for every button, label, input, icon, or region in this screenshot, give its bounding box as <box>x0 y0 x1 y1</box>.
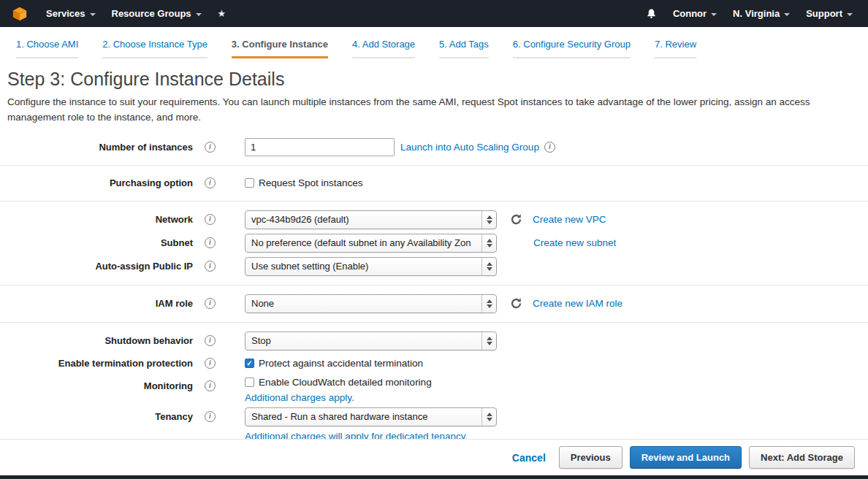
tenancy-select-value: Shared - Run a shared hardware instance <box>245 411 481 422</box>
tab-2-choose-instance-type[interactable]: 2. Choose Instance Type <box>102 39 208 58</box>
tenancy-select[interactable]: Shared - Run a shared hardware instance <box>245 407 497 426</box>
nav-pinned-shortcuts[interactable]: ★ <box>210 0 235 27</box>
chevron-down-icon <box>847 13 853 16</box>
network-label: Network <box>0 214 193 225</box>
select-stepper-arrows-icon <box>481 295 496 313</box>
chevron-down-icon <box>196 13 202 16</box>
page-description: Configure the instance to suit your requ… <box>7 95 861 126</box>
nav-support-label: Support <box>806 8 842 19</box>
shutdown-behavior-select[interactable]: Stop <box>245 332 497 350</box>
select-stepper-arrows-icon <box>481 258 496 275</box>
page-title: Step 3: Configure Instance Details <box>7 69 861 90</box>
additional-charges-apply-link[interactable]: Additional charges apply. <box>245 392 432 403</box>
section-divider <box>0 201 868 202</box>
tenancy-label: Tenancy <box>0 407 193 422</box>
info-icon[interactable] <box>205 380 216 391</box>
row-number-of-instances: Number of instances Launch into Auto Sca… <box>0 136 868 158</box>
enable-cloudwatch-detailed-monitoring-checkbox[interactable] <box>245 378 254 387</box>
chevron-down-icon <box>711 13 717 16</box>
cancel-link[interactable]: Cancel <box>512 452 546 464</box>
tab-5-add-tags[interactable]: 5. Add Tags <box>439 39 489 58</box>
network-select[interactable]: vpc-434b9d26 (default) <box>245 210 497 229</box>
auto-assign-public-ip-select-value: Use subnet setting (Enable) <box>245 261 481 272</box>
nav-services-menu[interactable]: Services <box>38 0 104 27</box>
select-stepper-arrows-icon <box>481 408 496 426</box>
info-icon[interactable] <box>544 142 555 153</box>
purchasing-option-label: Purchasing option <box>0 177 193 188</box>
create-new-vpc-link[interactable]: Create new VPC <box>533 214 606 225</box>
nav-resource-groups-menu[interactable]: Resource Groups <box>104 0 210 27</box>
iam-role-select-value: None <box>245 298 481 309</box>
shutdown-behavior-select-value: Stop <box>245 335 481 346</box>
nav-account-menu[interactable]: Connor <box>665 0 725 27</box>
subnet-select-value: No preference (default subnet in any Ava… <box>245 237 481 248</box>
aws-logo[interactable] <box>7 0 38 27</box>
nav-services-label: Services <box>46 8 85 19</box>
select-stepper-arrows-icon <box>481 234 496 252</box>
row-monitoring: Monitoring Enable CloudWatch detailed mo… <box>0 375 868 405</box>
info-icon[interactable] <box>205 411 216 422</box>
refresh-icon <box>510 297 522 310</box>
tab-1-choose-ami[interactable]: 1. Choose AMI <box>16 39 78 58</box>
protect-against-accidental-termination-checkbox[interactable] <box>245 359 254 368</box>
refresh-vpc-button[interactable] <box>510 213 522 226</box>
subnet-select[interactable]: No preference (default subnet in any Ava… <box>245 234 497 253</box>
aws-cube-icon <box>12 6 28 22</box>
select-stepper-arrows-icon <box>481 211 496 229</box>
number-of-instances-label: Number of instances <box>0 142 193 153</box>
row-network: Network vpc-434b9d26 (default) Create ne… <box>0 208 868 231</box>
tab-7-review[interactable]: 7. Review <box>655 39 696 58</box>
subnet-label: Subnet <box>0 237 193 248</box>
wizard-footer: Cancel Previous Review and Launch Next: … <box>0 439 868 475</box>
select-stepper-arrows-icon <box>481 332 496 350</box>
row-tenancy: Tenancy Shared - Run a shared hardware i… <box>0 405 868 444</box>
nav-region-menu[interactable]: N. Virginia <box>725 0 798 27</box>
monitoring-label: Monitoring <box>0 377 193 391</box>
enable-termination-protection-label: Enable termination protection <box>0 358 193 369</box>
info-icon[interactable] <box>205 177 216 188</box>
info-icon[interactable] <box>205 237 216 248</box>
nav-region-label: N. Virginia <box>733 8 780 19</box>
iam-role-label: IAM role <box>0 298 193 309</box>
auto-assign-public-ip-label: Auto-assign Public IP <box>0 261 193 272</box>
info-icon[interactable] <box>205 335 216 346</box>
chevron-down-icon <box>784 13 790 16</box>
create-new-iam-role-link[interactable]: Create new IAM role <box>533 298 623 309</box>
row-purchasing-option: Purchasing option Request Spot instances <box>0 172 868 194</box>
launch-into-auto-scaling-group-link[interactable]: Launch into Auto Scaling Group <box>400 142 539 153</box>
tab-4-add-storage[interactable]: 4. Add Storage <box>352 39 415 58</box>
chevron-down-icon <box>90 13 96 16</box>
create-new-subnet-link[interactable]: Create new subnet <box>533 237 616 248</box>
tab-6-configure-security-group[interactable]: 6. Configure Security Group <box>513 39 631 58</box>
section-divider <box>0 285 868 286</box>
star-icon: ★ <box>218 8 226 19</box>
nav-support-menu[interactable]: Support <box>798 0 861 27</box>
number-of-instances-input[interactable] <box>245 138 395 156</box>
info-icon[interactable] <box>205 142 216 153</box>
protect-against-accidental-termination-checkbox-label: Protect against accidental termination <box>259 358 423 369</box>
tab-3-configure-instance[interactable]: 3. Configure Instance <box>232 39 328 58</box>
auto-assign-public-ip-select[interactable]: Use subnet setting (Enable) <box>245 257 497 276</box>
refresh-icon <box>510 213 522 226</box>
nav-account-label: Connor <box>673 8 707 19</box>
request-spot-instances-checkbox[interactable] <box>245 178 254 188</box>
row-enable-termination-protection: Enable termination protection Protect ag… <box>0 353 868 375</box>
nav-resource-groups-label: Resource Groups <box>112 8 191 19</box>
refresh-iam-role-button[interactable] <box>510 297 522 310</box>
request-spot-instances-checkbox-label: Request Spot instances <box>259 177 363 188</box>
review-and-launch-button[interactable]: Review and Launch <box>630 446 742 469</box>
previous-button[interactable]: Previous <box>559 446 623 469</box>
info-icon[interactable] <box>205 358 216 369</box>
bottom-dark-strip <box>0 475 868 479</box>
configure-instance-form: Number of instances Launch into Auto Sca… <box>0 136 868 444</box>
notifications-bell-button[interactable] <box>638 0 665 27</box>
row-subnet: Subnet No preference (default subnet in … <box>0 231 868 255</box>
wizard-step-tabs: 1. Choose AMI 2. Choose Instance Type 3.… <box>0 27 868 58</box>
network-select-value: vpc-434b9d26 (default) <box>245 214 481 225</box>
info-icon[interactable] <box>205 298 216 309</box>
info-icon[interactable] <box>205 261 216 272</box>
iam-role-select[interactable]: None <box>245 294 497 313</box>
section-divider <box>0 165 868 166</box>
info-icon[interactable] <box>205 214 216 225</box>
next-add-storage-button[interactable]: Next: Add Storage <box>749 446 855 469</box>
